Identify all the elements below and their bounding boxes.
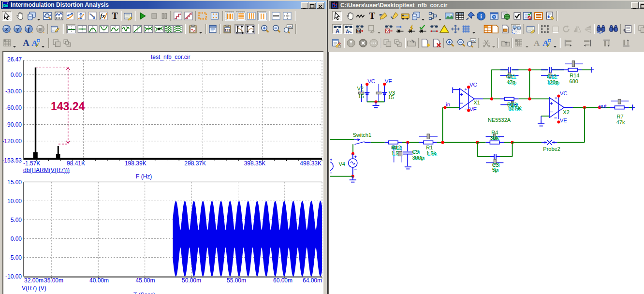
svg-text:398.35K: 398.35K [244, 160, 266, 167]
svg-text:-60.00: -60.00 [5, 104, 22, 111]
svg-text:10.5K: 10.5K [508, 105, 522, 111]
svg-text:35.00m: 35.00m [44, 277, 63, 284]
svg-text:T: T [112, 11, 118, 21]
svg-text:-1.57K: -1.57K [23, 160, 40, 167]
svg-text:out: out [599, 103, 607, 109]
svg-text:1.5k: 1.5k [426, 150, 436, 156]
svg-text:123: 123 [225, 29, 231, 32]
svg-text:680: 680 [569, 78, 578, 84]
svg-text:-120.00: -120.00 [3, 138, 22, 145]
svg-text:26.47: 26.47 [7, 56, 22, 63]
svg-text:45.00m: 45.00m [135, 277, 155, 284]
svg-text:50.00m: 50.00m [182, 277, 201, 284]
svg-text:test_nfb_cor.cir: test_nfb_cor.cir [151, 54, 190, 60]
svg-text:VC: VC [560, 90, 568, 96]
svg-text:15: 15 [358, 93, 364, 99]
svg-text:298.37K: 298.37K [184, 160, 206, 167]
svg-text:i: i [480, 13, 482, 20]
svg-text:-30.00: -30.00 [5, 88, 22, 95]
svg-text:T (Secs): T (Secs) [133, 292, 155, 294]
svg-text:A: A [23, 38, 29, 48]
svg-text:Probe2: Probe2 [543, 146, 560, 152]
svg-text:15: 15 [388, 94, 394, 100]
svg-text:R14: R14 [570, 73, 579, 78]
svg-text:55.00m: 55.00m [227, 277, 246, 284]
svg-text:VC: VC [469, 82, 477, 88]
svg-text:120p: 120p [547, 79, 558, 85]
svg-text:VE: VE [469, 106, 477, 112]
svg-text:30k: 30k [490, 135, 499, 141]
svg-text:VE: VE [385, 78, 393, 84]
svg-text:-90.00: -90.00 [5, 121, 22, 128]
svg-text:143.24: 143.24 [51, 100, 85, 113]
svg-text:-5.00: -5.00 [9, 254, 22, 261]
svg-text:VC: VC [367, 78, 375, 84]
svg-text:F (Hz): F (Hz) [136, 173, 152, 180]
svg-text:?: ? [493, 15, 496, 19]
svg-text:C11: C11 [506, 74, 515, 79]
svg-text:C9: C9 [412, 149, 419, 155]
svg-text:A: A [336, 28, 340, 34]
svg-text:C12: C12 [547, 74, 556, 79]
svg-text:V2: V2 [357, 86, 364, 91]
svg-text:N: N [357, 29, 360, 33]
svg-text:40.00m: 40.00m [89, 277, 109, 284]
svg-text:R12: R12 [392, 145, 401, 150]
svg-text:-10.00: -10.00 [5, 273, 22, 280]
svg-text:100: 100 [470, 39, 476, 42]
svg-text:-153.53: -153.53 [3, 157, 22, 164]
svg-text:15.00: 15.00 [7, 179, 22, 186]
svg-text:98.41K: 98.41K [67, 160, 85, 167]
svg-text:NE5532A: NE5532A [488, 117, 511, 123]
svg-text:198.39K: 198.39K [125, 160, 146, 167]
svg-text:y: y [15, 26, 19, 32]
svg-text:32.00m: 32.00m [24, 277, 44, 284]
svg-text:498.33K: 498.33K [300, 160, 322, 167]
svg-text:≡: ≡ [39, 26, 42, 32]
svg-text:64.00m: 64.00m [303, 277, 322, 284]
svg-text:V4: V4 [339, 161, 345, 167]
svg-text:47p: 47p [507, 79, 515, 85]
svg-text:R7: R7 [617, 114, 624, 119]
svg-text:V: V [386, 29, 389, 33]
svg-text:5.00: 5.00 [11, 217, 22, 223]
svg-text:VE: VE [560, 118, 568, 123]
svg-text:R4: R4 [491, 130, 498, 135]
svg-text:X1: X1 [474, 100, 480, 105]
svg-text:0.00: 0.00 [11, 72, 22, 78]
svg-text:A: A [534, 38, 540, 48]
svg-text:x: x [5, 26, 8, 32]
svg-text:300p: 300p [412, 155, 424, 161]
svg-text:0.00: 0.00 [11, 235, 22, 242]
svg-text:47k: 47k [616, 119, 625, 125]
svg-text:60.00m: 60.00m [273, 277, 293, 284]
svg-text:in: in [446, 102, 450, 107]
svg-text:R1: R1 [426, 145, 433, 150]
svg-text:T: T [369, 11, 375, 21]
svg-text:A: A [346, 29, 349, 34]
svg-text:5p: 5p [492, 167, 498, 173]
svg-text:10.00: 10.00 [7, 198, 22, 205]
svg-text:X2: X2 [563, 109, 569, 115]
svg-text:db(HARM(V(R7))): db(HARM(V(R7))) [23, 167, 70, 174]
svg-text:V(R7) (V): V(R7) (V) [22, 285, 46, 292]
svg-text:100: 100 [287, 25, 293, 28]
svg-text:Switch1: Switch1 [353, 132, 372, 138]
